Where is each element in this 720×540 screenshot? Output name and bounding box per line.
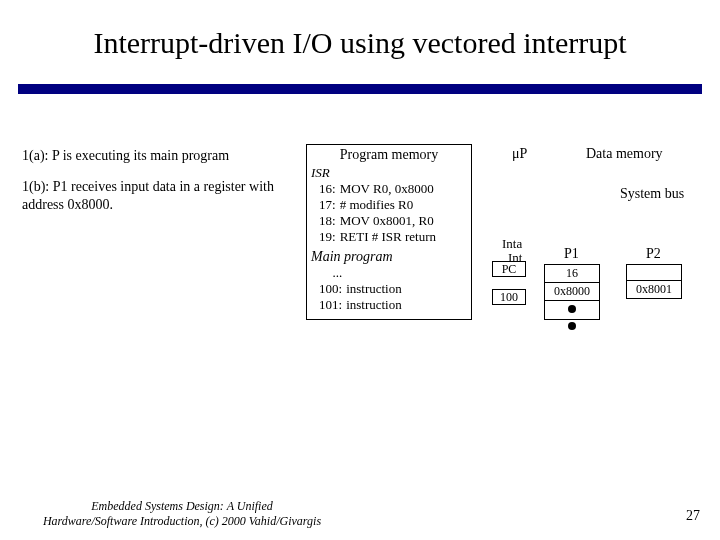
system-bus-label: System bus — [620, 186, 684, 202]
slide-title: Interrupt-driven I/O using vectored inte… — [0, 26, 720, 60]
isr-instr: # modifies R0 — [340, 197, 436, 213]
pc-box: PC — [492, 261, 526, 277]
title-divider — [18, 84, 702, 94]
main-instr: instruction — [346, 297, 402, 313]
main-addr: ... — [319, 265, 346, 281]
step-1a-text: 1(a): P is executing its main program — [22, 148, 302, 164]
main-instr: instruction — [346, 281, 402, 297]
isr-instr: MOV R0, 0x8000 — [340, 181, 436, 197]
footer-citation: Embedded Systems Design: A Unified Hardw… — [22, 499, 342, 528]
p1-reg-bot: 0x8000 — [545, 283, 599, 301]
isr-table: 16:MOV R0, 0x8000 17:# modifies R0 18:MO… — [319, 181, 436, 245]
main-table: ... 100:instruction 101:instruction — [319, 265, 402, 313]
data-memory-label: Data memory — [586, 146, 663, 162]
page-number: 27 — [686, 508, 700, 524]
p1-dot-row — [545, 301, 599, 319]
pc-value-box: 100 — [492, 289, 526, 305]
isr-addr: 17: — [319, 197, 340, 213]
isr-instr: RETI # ISR return — [340, 229, 436, 245]
p1-label: P1 — [564, 246, 579, 262]
dot-icon — [568, 322, 576, 330]
program-memory-box: Program memory ISR 16:MOV R0, 0x8000 17:… — [306, 144, 472, 320]
p2-empty — [627, 265, 681, 281]
program-memory-header: Program memory — [311, 147, 467, 163]
main-program-label: Main program — [311, 249, 467, 265]
main-addr: 100: — [319, 281, 346, 297]
footer-line1: Embedded Systems Design: A Unified — [91, 499, 273, 513]
p1-reg-top: 16 — [545, 265, 599, 283]
isr-addr: 16: — [319, 181, 340, 197]
isr-label: ISR — [311, 165, 467, 181]
isr-instr: MOV 0x8001, R0 — [340, 213, 436, 229]
p2-label: P2 — [646, 246, 661, 262]
isr-addr: 18: — [319, 213, 340, 229]
microprocessor-label: μP — [512, 146, 527, 162]
main-addr: 101: — [319, 297, 346, 313]
p2-reg: 0x8001 — [627, 281, 681, 298]
footer-line2: Hardware/Software Introduction, (c) 2000… — [43, 514, 321, 528]
peripheral-p1-box: 16 0x8000 — [544, 264, 600, 320]
main-instr — [346, 265, 402, 281]
peripheral-p2-box: 0x8001 — [626, 264, 682, 299]
dot-icon — [568, 305, 576, 313]
step-1b-text: 1(b): P1 receives input data in a regist… — [22, 178, 302, 213]
isr-addr: 19: — [319, 229, 340, 245]
